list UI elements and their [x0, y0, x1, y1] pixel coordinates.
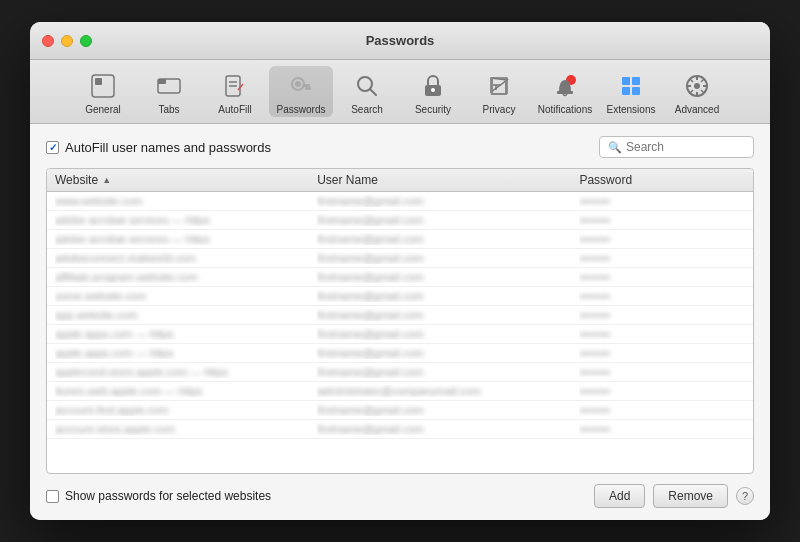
extensions-label: Extensions — [607, 104, 656, 115]
help-button[interactable]: ? — [736, 487, 754, 505]
password-cell: •••••••• — [579, 347, 745, 359]
website-cell: some.website.com — [55, 290, 317, 302]
username-cell: firstname@gmail.com — [317, 423, 579, 435]
advanced-icon — [681, 70, 713, 102]
username-cell: administrator@companymail.com — [317, 385, 579, 397]
general-icon — [87, 70, 119, 102]
website-cell: apple.apps.com — https — [55, 328, 317, 340]
table-row[interactable]: some.website.com firstname@gmail.com •••… — [47, 287, 753, 306]
general-label: General — [85, 104, 121, 115]
website-column-header[interactable]: Website ▲ — [55, 173, 317, 187]
website-cell: itunes.web.apple.com — https — [55, 385, 317, 397]
add-button[interactable]: Add — [594, 484, 645, 508]
search-label: Search — [351, 104, 383, 115]
password-cell: •••••••• — [579, 290, 745, 302]
website-cell: affiliate.program.website.com — [55, 271, 317, 283]
table-row[interactable]: applecond.store.apple.com — https firstn… — [47, 363, 753, 382]
svg-rect-20 — [622, 77, 630, 85]
svg-rect-10 — [308, 87, 311, 90]
advanced-label: Advanced — [675, 104, 719, 115]
username-cell: firstname@gmail.com — [317, 347, 579, 359]
password-cell: •••••••• — [579, 309, 745, 321]
table-row[interactable]: adobe acrobat services — https firstname… — [47, 211, 753, 230]
security-icon — [417, 70, 449, 102]
website-cell: account.store.apple.com — [55, 423, 317, 435]
search-box[interactable]: 🔍 — [599, 136, 754, 158]
password-cell: •••••••• — [579, 404, 745, 416]
table-row[interactable]: itunes.web.apple.com — https administrat… — [47, 382, 753, 401]
table-row[interactable]: adobe acrobat services — https firstname… — [47, 230, 753, 249]
svg-point-15 — [431, 88, 435, 92]
svg-rect-9 — [302, 84, 310, 87]
toolbar-item-advanced[interactable]: Advanced — [665, 66, 729, 117]
toolbar-item-general[interactable]: General — [71, 66, 135, 117]
table-row[interactable]: app.website.com firstname@gmail.com ••••… — [47, 306, 753, 325]
show-passwords-row: Show passwords for selected websites — [46, 489, 271, 503]
table-row[interactable]: account.store.apple.com firstname@gmail.… — [47, 420, 753, 439]
username-cell: firstname@gmail.com — [317, 290, 579, 302]
autofill-text: AutoFill user names and passwords — [65, 140, 271, 155]
window-title: Passwords — [366, 33, 435, 48]
toolbar-item-tabs[interactable]: Tabs — [137, 66, 201, 117]
website-cell: app.website.com — [55, 309, 317, 321]
table-row[interactable]: account.find.apple.com firstname@gmail.c… — [47, 401, 753, 420]
password-cell: •••••••• — [579, 271, 745, 283]
table-row[interactable]: www.website.com firstname@gmail.com ••••… — [47, 192, 753, 211]
titlebar: Passwords — [30, 22, 770, 60]
table-header: Website ▲ User Name Password — [47, 169, 753, 192]
remove-button[interactable]: Remove — [653, 484, 728, 508]
toolbar-item-autofill[interactable]: AutoFill — [203, 66, 267, 117]
password-cell: •••••••• — [579, 195, 745, 207]
svg-line-32 — [701, 79, 704, 82]
notifications-label: Notifications — [538, 104, 592, 115]
window-controls — [42, 35, 92, 47]
bottom-bar: Show passwords for selected websites Add… — [46, 484, 754, 508]
top-bar: AutoFill user names and passwords 🔍 — [46, 136, 754, 158]
password-column-header[interactable]: Password — [579, 173, 745, 187]
svg-line-31 — [701, 90, 704, 93]
search-input[interactable] — [626, 140, 745, 154]
sort-arrow-icon: ▲ — [102, 175, 111, 185]
autofill-checkbox[interactable] — [46, 141, 59, 154]
username-column-header[interactable]: User Name — [317, 173, 579, 187]
table-row[interactable]: apple.apps.com — https firstname@gmail.c… — [47, 325, 753, 344]
table-row[interactable]: adobeconnect.realworld.com firstname@gma… — [47, 249, 753, 268]
table-body: www.website.com firstname@gmail.com ••••… — [47, 192, 753, 473]
toolbar: General Tabs AutoFill — [30, 60, 770, 124]
username-cell: firstname@gmail.com — [317, 328, 579, 340]
website-cell: adobe acrobat services — https — [55, 214, 317, 226]
svg-rect-1 — [95, 78, 102, 85]
minimize-button[interactable] — [61, 35, 73, 47]
password-cell: •••••••• — [579, 233, 745, 245]
show-passwords-checkbox[interactable] — [46, 490, 59, 503]
toolbar-item-extensions[interactable]: Extensions — [599, 66, 663, 117]
website-cell: adobeconnect.realworld.com — [55, 252, 317, 264]
toolbar-item-privacy[interactable]: Privacy — [467, 66, 531, 117]
password-cell: •••••••• — [579, 214, 745, 226]
password-cell: •••••••• — [579, 385, 745, 397]
svg-rect-21 — [632, 77, 640, 85]
main-window: Passwords General Tabs — [30, 22, 770, 520]
toolbar-item-search[interactable]: Search — [335, 66, 399, 117]
svg-rect-11 — [305, 87, 308, 90]
svg-point-25 — [694, 83, 700, 89]
passwords-label: Passwords — [277, 104, 326, 115]
toolbar-item-notifications[interactable]: Notifications — [533, 66, 597, 117]
close-button[interactable] — [42, 35, 54, 47]
extensions-icon — [615, 70, 647, 102]
passwords-icon — [285, 70, 317, 102]
toolbar-item-security[interactable]: Security — [401, 66, 465, 117]
website-cell: applecond.store.apple.com — https — [55, 366, 317, 378]
username-cell: firstname@gmail.com — [317, 233, 579, 245]
svg-line-30 — [690, 79, 693, 82]
table-row[interactable]: apple.apps.com — https firstname@gmail.c… — [47, 344, 753, 363]
website-cell: account.find.apple.com — [55, 404, 317, 416]
table-row[interactable]: affiliate.program.website.com firstname@… — [47, 268, 753, 287]
toolbar-item-passwords[interactable]: Passwords — [269, 66, 333, 117]
maximize-button[interactable] — [80, 35, 92, 47]
privacy-label: Privacy — [483, 104, 516, 115]
website-cell: apple.apps.com — https — [55, 347, 317, 359]
password-cell: •••••••• — [579, 423, 745, 435]
password-cell: •••••••• — [579, 366, 745, 378]
username-cell: firstname@gmail.com — [317, 404, 579, 416]
